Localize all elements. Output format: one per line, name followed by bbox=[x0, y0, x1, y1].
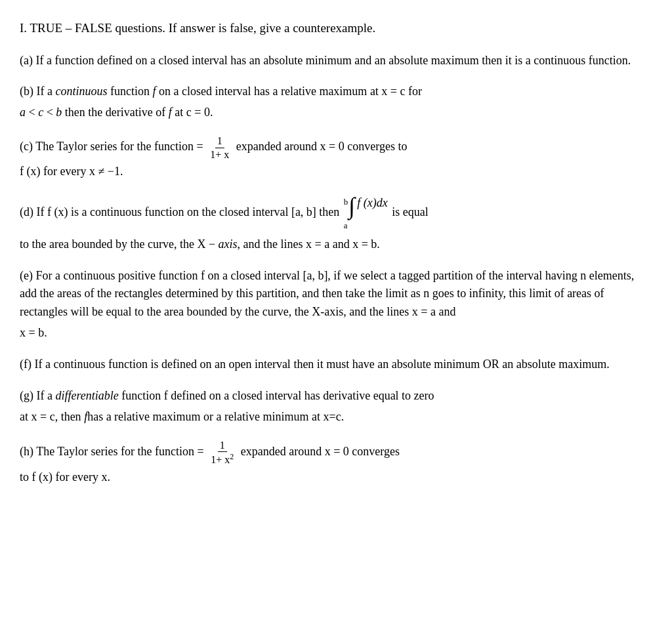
question-c-line1: (c) The Taylor series for the function =… bbox=[20, 135, 646, 160]
question-b-line1: (b) If a continuous function f on a clos… bbox=[20, 83, 646, 101]
section-title: I. TRUE – FALSE questions. If answer is … bbox=[20, 20, 646, 37]
question-c-line2: f (x) for every x ≠ −1. bbox=[20, 163, 646, 181]
question-b-line2: a < c < b then the derivative of f at c … bbox=[20, 104, 646, 122]
integral-symbol: ∫ bbox=[348, 194, 355, 218]
question-g-line1: (g) If a differentiable function f defin… bbox=[20, 387, 646, 405]
question-g-line2: at x = c, then fhas a relative maximum o… bbox=[20, 408, 646, 426]
question-b: (b) If a continuous function f on a clos… bbox=[20, 83, 646, 122]
integral-d: b a ∫ f (x)dx bbox=[344, 194, 388, 232]
question-f: (f) If a continuous function is defined … bbox=[20, 356, 646, 374]
question-e-text: (e) For a continuous positive function f… bbox=[20, 267, 646, 322]
question-h: (h) The Taylor series for the function =… bbox=[20, 440, 646, 487]
question-e: (e) For a continuous positive function f… bbox=[20, 267, 646, 343]
question-d-line2: to the area bounded by the curve, the X … bbox=[20, 236, 646, 254]
question-d-line1: (d) If f (x) is a continuous function on… bbox=[20, 194, 646, 232]
integrand: f (x)dx bbox=[356, 194, 387, 213]
title-text: I. TRUE – FALSE questions. If answer is … bbox=[20, 21, 375, 35]
question-g: (g) If a differentiable function f defin… bbox=[20, 387, 646, 426]
integral-limits-d: b a bbox=[344, 194, 348, 232]
question-h-line1: (h) The Taylor series for the function =… bbox=[20, 440, 646, 466]
question-f-text: (f) If a continuous function is defined … bbox=[20, 356, 646, 374]
question-e-last: x = b. bbox=[20, 324, 646, 342]
question-d: (d) If f (x) is a continuous function on… bbox=[20, 194, 646, 253]
question-h-line2: to f (x) for every x. bbox=[20, 468, 646, 487]
question-c: (c) The Taylor series for the function =… bbox=[20, 135, 646, 181]
fraction-c: 1 1+ x bbox=[208, 135, 231, 160]
main-content: I. TRUE – FALSE questions. If answer is … bbox=[20, 20, 646, 487]
question-a: (a) If a function defined on a closed in… bbox=[20, 52, 646, 70]
fraction-h: 1 1+ x2 bbox=[209, 440, 236, 466]
question-a-text: (a) If a function defined on a closed in… bbox=[20, 52, 646, 70]
